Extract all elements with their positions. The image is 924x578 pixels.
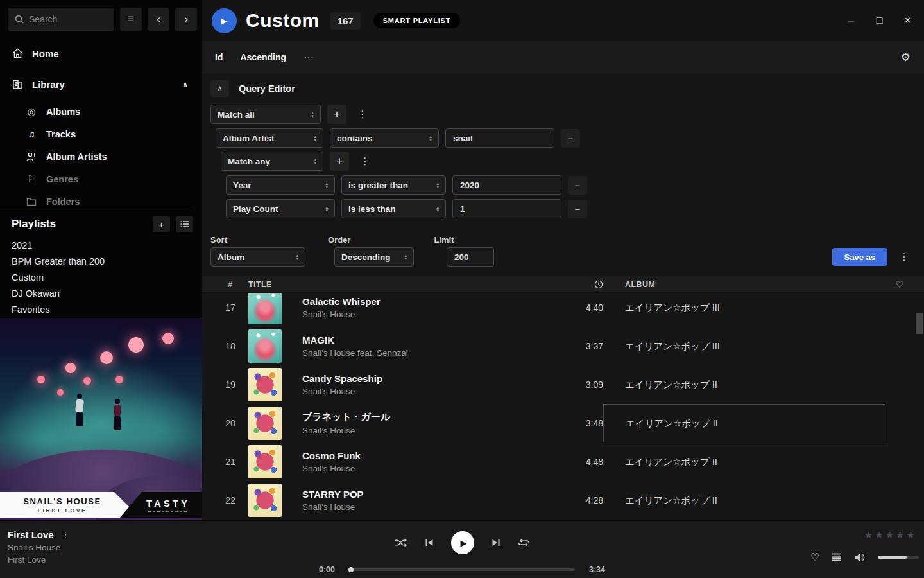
rule-field-select[interactable]: Year ▴▾: [226, 175, 335, 195]
select-value: contains: [337, 134, 373, 143]
playlist-item[interactable]: BPM Greater than 200: [12, 254, 105, 270]
rule-value-input[interactable]: [452, 175, 561, 195]
total-time: 3:34: [585, 565, 605, 574]
maximize-button[interactable]: □: [875, 15, 884, 26]
volume-slider[interactable]: [878, 556, 919, 559]
star-icon[interactable]: ★: [907, 529, 915, 541]
sidebar-item-home[interactable]: Home: [0, 44, 202, 63]
star-icon[interactable]: ★: [896, 529, 904, 541]
volume-slider-fill: [878, 556, 907, 559]
track-title: Candy Spaceship: [302, 373, 558, 384]
remove-rule-button[interactable]: −: [568, 200, 587, 218]
remove-rule-button[interactable]: −: [568, 176, 587, 195]
kebab-icon[interactable]: ⋮: [62, 530, 70, 539]
play-pause-button[interactable]: ▶: [451, 531, 474, 554]
query-editor: ∧ Query Editor Match all ▴▾ + ⋮ Album Ar…: [202, 73, 924, 218]
favorite-heart-icon[interactable]: ♡: [810, 551, 819, 563]
collapse-chevron-icon[interactable]: ∧: [182, 80, 188, 89]
window-controls: – □ ×: [846, 0, 912, 41]
close-button[interactable]: ×: [903, 15, 912, 26]
sort-direction-button[interactable]: Ascending: [240, 52, 286, 62]
track-index: 17: [212, 302, 248, 313]
rule-field-select[interactable]: Play Count ▴▾: [226, 199, 335, 218]
save-as-button[interactable]: Save as: [832, 248, 887, 266]
sort-select[interactable]: Album ▴▾: [210, 247, 305, 267]
limit-input[interactable]: [447, 247, 494, 267]
track-index: 22: [212, 495, 248, 505]
save-menu-button[interactable]: ⋮: [894, 247, 914, 267]
match-mode-select[interactable]: Match any ▴▾: [221, 152, 323, 171]
sidebar-item-library[interactable]: Library ∧: [0, 74, 202, 94]
heart-icon[interactable]: ♡: [896, 279, 904, 290]
select-value: Album: [218, 252, 244, 262]
minus-icon: −: [568, 133, 574, 144]
rule-field-select[interactable]: Album Artist ▴▾: [216, 128, 323, 148]
column-title[interactable]: TITLE: [248, 280, 558, 289]
clock-icon[interactable]: [594, 280, 603, 289]
sidebar-item-folders[interactable]: Folders: [0, 190, 202, 213]
rule-operator-select[interactable]: is less than ▴▾: [341, 199, 446, 218]
star-icon[interactable]: ★: [875, 529, 883, 541]
sidebar-item-albums[interactable]: ◎ Albums: [0, 100, 202, 123]
add-rule-button[interactable]: +: [327, 105, 346, 124]
select-arrows-icon: ▴▾: [296, 254, 298, 260]
select-arrows-icon: ▴▾: [311, 111, 314, 118]
column-index[interactable]: #: [212, 280, 248, 289]
collapse-query-editor-button[interactable]: ∧: [210, 80, 229, 97]
nav-forward-button[interactable]: ›: [175, 8, 197, 31]
sidebar-item-album-artists[interactable]: Album Artists: [0, 145, 202, 168]
shuffle-icon[interactable]: [395, 538, 407, 547]
rule-value-input[interactable]: [445, 128, 554, 148]
track-row[interactable]: 18 MAGIK Snail’s House feat. Sennzai 3:3…: [202, 327, 924, 365]
playlist-item[interactable]: 2021: [12, 238, 105, 254]
sidebar-item-label: Albums: [46, 107, 80, 117]
track-row[interactable]: 22 STARRY POP Snail’s House 4:28 エイリアン☆ポ…: [202, 481, 924, 520]
next-track-icon[interactable]: [492, 538, 501, 547]
playlist-item[interactable]: DJ Okawari: [12, 286, 105, 302]
track-row[interactable]: 17 Galactic Whisper Snail’s House 4:40 エ…: [202, 293, 924, 327]
scrollbar-thumb[interactable]: [916, 313, 923, 334]
column-album[interactable]: ALBUM: [603, 280, 886, 289]
music-note-icon: ♫: [26, 128, 37, 139]
playlist-list-button[interactable]: [176, 216, 193, 232]
rule-operator-select[interactable]: contains ▴▾: [330, 128, 439, 148]
repeat-icon[interactable]: [518, 538, 529, 547]
group-menu-button[interactable]: ⋮: [355, 152, 375, 171]
track-duration: 4:48: [558, 457, 603, 467]
track-row[interactable]: 20 プラネット・ガール Snail’s House 3:48 エイリアン☆ポッ…: [202, 404, 924, 442]
track-row[interactable]: 21 Cosmo Funk Snail’s House 4:48 エイリアン☆ポ…: [202, 442, 924, 481]
match-mode-select[interactable]: Match all ▴▾: [210, 105, 321, 124]
track-row[interactable]: 19 Candy Spaceship Snail’s House 3:09 エイ…: [202, 365, 924, 404]
query-rule-row: Play Count ▴▾ is less than ▴▾ −: [226, 199, 924, 218]
more-options-icon[interactable]: ⋯: [304, 51, 314, 64]
chevron-right-icon: ›: [184, 13, 188, 26]
playlist-item[interactable]: Custom: [12, 270, 105, 286]
search-input[interactable]: [29, 14, 103, 24]
gear-icon[interactable]: ⚙: [901, 51, 911, 64]
add-rule-button[interactable]: +: [330, 152, 349, 171]
add-playlist-button[interactable]: +: [153, 216, 170, 232]
play-playlist-button[interactable]: ▶: [212, 8, 237, 33]
menu-button[interactable]: ≡: [120, 8, 142, 31]
sort-field-button[interactable]: Id: [215, 52, 223, 62]
rule-operator-select[interactable]: is greater than ▴▾: [341, 175, 446, 195]
volume-icon[interactable]: [854, 553, 866, 562]
rule-value-input[interactable]: [452, 199, 561, 218]
search-box[interactable]: [8, 8, 114, 31]
sidebar-item-genres[interactable]: ⚐ Genres: [0, 168, 202, 190]
queue-icon[interactable]: [832, 553, 842, 561]
star-icon[interactable]: ★: [886, 529, 894, 541]
minimize-button[interactable]: –: [846, 15, 856, 26]
playlist-header: ▶ Custom 167 SMART PLAYLIST – □ ×: [202, 0, 924, 41]
previous-track-icon[interactable]: [425, 538, 434, 547]
star-icon[interactable]: ★: [864, 529, 873, 541]
nav-back-button[interactable]: ‹: [148, 8, 169, 31]
select-arrows-icon: ▴▾: [436, 182, 439, 188]
seek-bar[interactable]: [349, 568, 575, 571]
remove-rule-button[interactable]: −: [561, 129, 580, 148]
playlist-item[interactable]: Favorites: [12, 302, 105, 318]
order-select[interactable]: Descending ▴▾: [334, 247, 414, 267]
sidebar-item-tracks[interactable]: ♫ Tracks: [0, 123, 202, 145]
track-album-selected[interactable]: エイリアン☆ポップ II: [603, 404, 886, 442]
group-menu-button[interactable]: ⋮: [353, 105, 372, 124]
